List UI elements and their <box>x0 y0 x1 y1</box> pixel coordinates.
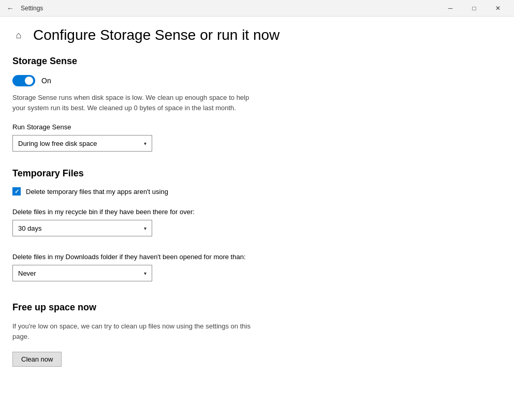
downloads-label: Delete files in my Downloads folder if t… <box>12 253 502 261</box>
temporary-files-title: Temporary Files <box>12 168 502 179</box>
title-bar-title: Settings <box>21 5 438 12</box>
back-icon: ← <box>7 4 14 12</box>
downloads-dropdown-arrow: ▾ <box>144 271 146 276</box>
maximize-button[interactable]: □ <box>462 0 486 17</box>
toggle-thumb <box>25 77 33 85</box>
downloads-dropdown-value: Never <box>18 269 36 277</box>
page-header: ⌂ Configure Storage Sense or run it now <box>12 27 502 43</box>
page-title: Configure Storage Sense or run it now <box>33 27 280 43</box>
downloads-dropdown[interactable]: Never ▾ <box>12 265 152 281</box>
minimize-button[interactable]: ─ <box>438 0 462 17</box>
toggle-row: On <box>12 75 502 86</box>
free-up-space-description: If you're low on space, we can try to cl… <box>12 321 251 341</box>
run-storage-sense-dropdown-arrow: ▾ <box>144 141 146 146</box>
temporary-files-section: Temporary Files ✓ Delete temporary files… <box>12 168 502 281</box>
title-bar-back-button[interactable]: ← <box>4 2 17 14</box>
storage-sense-section: Storage Sense On Storage Sense runs when… <box>12 56 502 152</box>
delete-temp-files-checkbox[interactable]: ✓ <box>12 187 21 196</box>
storage-sense-title: Storage Sense <box>12 56 502 67</box>
delete-temp-files-label: Delete temporary files that my apps aren… <box>26 188 168 196</box>
free-up-space-section: Free up space now If you're low on space… <box>12 302 502 367</box>
recycle-bin-dropdown[interactable]: 30 days ▾ <box>12 220 152 236</box>
run-storage-sense-label: Run Storage Sense <box>12 123 502 131</box>
free-up-space-title: Free up space now <box>12 302 502 313</box>
title-bar: ← Settings ─ □ ✕ <box>0 0 514 17</box>
home-icon[interactable]: ⌂ <box>12 29 25 41</box>
storage-sense-description: Storage Sense runs when disk space is lo… <box>12 93 251 113</box>
recycle-bin-label: Delete files in my recycle bin if they h… <box>12 208 502 216</box>
recycle-bin-dropdown-arrow: ▾ <box>144 226 146 231</box>
checkbox-checkmark: ✓ <box>14 188 19 195</box>
main-content: ⌂ Configure Storage Sense or run it now … <box>0 17 514 420</box>
recycle-bin-dropdown-value: 30 days <box>18 224 42 232</box>
title-bar-controls: ─ □ ✕ <box>438 0 510 17</box>
toggle-label: On <box>41 77 51 85</box>
delete-temp-files-row: ✓ Delete temporary files that my apps ar… <box>12 187 502 196</box>
run-storage-sense-dropdown-value: During low free disk space <box>18 140 97 147</box>
storage-sense-toggle[interactable] <box>12 75 35 86</box>
close-button[interactable]: ✕ <box>486 0 510 17</box>
clean-now-button[interactable]: Clean now <box>12 352 62 367</box>
run-storage-sense-dropdown[interactable]: During low free disk space ▾ <box>12 135 152 152</box>
